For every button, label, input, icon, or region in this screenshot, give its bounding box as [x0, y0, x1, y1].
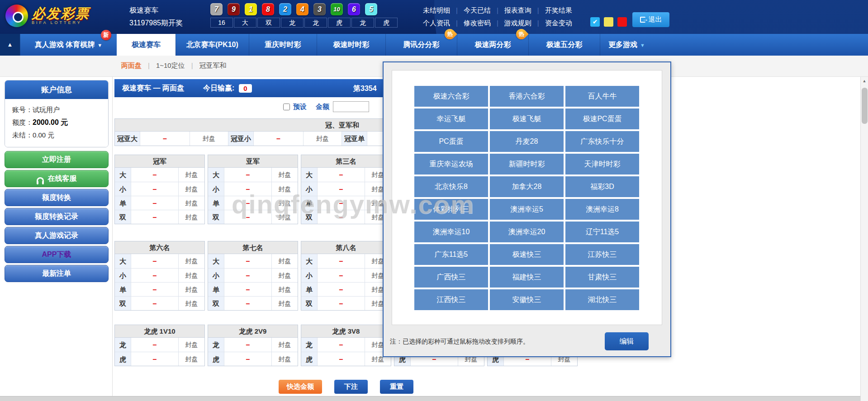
logout-button[interactable]: 退出: [632, 12, 669, 27]
header-menu-link[interactable]: 报表查询: [504, 6, 531, 14]
sidebar-button[interactable]: 真人游戏记录: [5, 227, 109, 244]
popup-game-button[interactable]: 香港六合彩: [490, 86, 564, 107]
sidebar-button[interactable]: 立即注册: [5, 151, 109, 168]
bet-odds-cell[interactable]: –: [318, 254, 365, 268]
popup-game-button[interactable]: 江西快三: [414, 289, 488, 310]
bet-odds-cell[interactable]: –: [224, 254, 271, 268]
header-menu-link[interactable]: 未结明细: [423, 6, 450, 14]
bet-odds-cell[interactable]: –: [318, 338, 365, 352]
nav-tab[interactable]: 腾讯分分彩热: [385, 34, 457, 56]
popup-game-button[interactable]: 澳洲幸运5: [490, 199, 564, 220]
nav-tab[interactable]: 重庆时时彩: [249, 34, 317, 56]
nav-tab[interactable]: 极速两分彩热: [457, 34, 528, 56]
sidebar-button[interactable]: 最新注单: [5, 265, 109, 282]
bet-odds-cell[interactable]: –: [131, 297, 178, 310]
bet-odds-cell[interactable]: –: [131, 182, 178, 196]
theme-blue-swatch[interactable]: ✔: [590, 17, 600, 27]
popup-game-button[interactable]: 澳洲幸运20: [490, 222, 564, 242]
bet-odds-cell[interactable]: –: [224, 182, 271, 196]
sidebar-button[interactable]: 额度转换: [5, 189, 109, 206]
bet-odds-cell[interactable]: –: [224, 297, 271, 310]
bet-odds-cell[interactable]: –: [131, 338, 178, 352]
popup-game-button[interactable]: PC蛋蛋: [414, 131, 488, 152]
popup-game-button[interactable]: 福彩3D: [565, 176, 639, 197]
popup-game-button[interactable]: 广东11选5: [414, 244, 488, 265]
popup-game-button[interactable]: 澳洲幸运10: [414, 222, 488, 242]
bet-odds-cell[interactable]: –: [224, 196, 271, 210]
theme-red-swatch[interactable]: [617, 17, 627, 27]
collapse-up-icon[interactable]: ▲: [0, 34, 20, 56]
bet-odds-cell[interactable]: –: [131, 196, 178, 210]
header-menu-link[interactable]: 游戏规则: [504, 19, 531, 27]
nav-tab[interactable]: 极速时时彩: [317, 34, 385, 56]
popup-game-button[interactable]: 极速快三: [490, 244, 564, 265]
bet-button[interactable]: 下注: [334, 380, 368, 394]
scrollbar-thumb[interactable]: [862, 88, 868, 124]
sidebar-button[interactable]: APP下载: [5, 246, 109, 263]
bet-odds-cell[interactable]: –: [131, 269, 178, 282]
popup-game-button[interactable]: 天津时时彩: [565, 154, 639, 175]
bet-odds-cell[interactable]: –: [140, 132, 190, 146]
popup-game-button[interactable]: 广西快三: [414, 267, 488, 288]
bet-odds-cell[interactable]: –: [131, 283, 178, 296]
popup-game-button[interactable]: 重庆幸运农场: [414, 154, 488, 175]
bet-odds-cell[interactable]: –: [318, 196, 365, 210]
breadcrumb-item[interactable]: 两面盘: [121, 61, 142, 69]
bet-odds-cell[interactable]: –: [131, 352, 178, 366]
bet-odds-cell[interactable]: –: [318, 283, 365, 296]
header-menu-link[interactable]: 个人资讯: [423, 19, 450, 27]
bet-odds-cell[interactable]: –: [131, 210, 178, 224]
vertical-scrollbar[interactable]: ▲: [860, 77, 868, 401]
popup-game-button[interactable]: 加拿大28: [490, 176, 564, 197]
reset-button[interactable]: 重置: [380, 380, 413, 394]
sidebar-button[interactable]: 额度转换记录: [5, 208, 109, 225]
popup-game-button[interactable]: 安徽快三: [490, 289, 564, 310]
amount-input[interactable]: [333, 101, 369, 112]
nav-tab[interactable]: 更多游戏▼: [600, 34, 653, 56]
nav-tab[interactable]: 极速赛车: [117, 34, 175, 56]
popup-game-button[interactable]: 体彩排列三: [414, 199, 488, 220]
popup-game-button[interactable]: 广东快乐十分: [565, 131, 639, 152]
bet-odds-cell[interactable]: –: [318, 297, 365, 310]
edit-button[interactable]: 编辑: [605, 332, 649, 350]
bet-odds-cell[interactable]: –: [318, 210, 365, 224]
nav-tab[interactable]: 极速五分彩: [528, 34, 600, 56]
scrollbar-up-arrow-icon[interactable]: ▲: [861, 77, 868, 85]
bet-odds-cell[interactable]: –: [254, 132, 304, 146]
bet-odds-cell[interactable]: –: [224, 168, 271, 182]
popup-game-button[interactable]: 百人牛牛: [565, 86, 639, 107]
popup-game-button[interactable]: 幸运飞艇: [414, 109, 488, 129]
bet-odds-cell[interactable]: –: [224, 210, 271, 224]
popup-game-button[interactable]: 湖北快三: [565, 289, 639, 310]
nav-tab[interactable]: 真人游戏 体育棋牌▼新: [20, 34, 117, 56]
breadcrumb-item[interactable]: 1~10定位: [156, 61, 185, 69]
bet-odds-cell[interactable]: –: [318, 168, 365, 182]
header-menu-link[interactable]: 今天已结: [464, 6, 491, 14]
popup-game-button[interactable]: 澳洲幸运8: [565, 199, 639, 220]
logo[interactable]: 必发彩票 BIFA LOTTERY: [5, 5, 90, 27]
preset-checkbox[interactable]: [283, 104, 290, 110]
bet-odds-cell[interactable]: –: [224, 269, 271, 282]
theme-yellow-swatch[interactable]: [604, 17, 613, 27]
bet-odds-cell[interactable]: –: [224, 283, 271, 296]
popup-game-button[interactable]: 福建快三: [490, 267, 564, 288]
bet-odds-cell[interactable]: –: [318, 269, 365, 282]
breadcrumb-item[interactable]: 冠亚军和: [199, 61, 227, 69]
quick-amount-button[interactable]: 快选金额: [279, 380, 322, 394]
popup-game-button[interactable]: 北京快乐8: [414, 176, 488, 197]
popup-game-button[interactable]: 极速PC蛋蛋: [565, 109, 639, 129]
bet-odds-cell[interactable]: –: [224, 352, 271, 366]
header-menu-link[interactable]: 资金变动: [545, 19, 572, 27]
popup-game-button[interactable]: 辽宁11选5: [565, 222, 639, 242]
popup-game-button[interactable]: 极速飞艇: [490, 109, 564, 129]
sidebar-button[interactable]: 在线客服: [5, 170, 109, 187]
bet-odds-cell[interactable]: –: [224, 338, 271, 352]
header-menu-link[interactable]: 开奖结果: [545, 6, 572, 14]
bet-odds-cell[interactable]: –: [318, 182, 365, 196]
popup-game-button[interactable]: 江苏快三: [565, 244, 639, 265]
popup-game-button[interactable]: 甘肃快三: [565, 267, 639, 288]
popup-game-button[interactable]: 新疆时时彩: [490, 154, 564, 175]
nav-tab[interactable]: 北京赛车(PK10): [175, 34, 249, 56]
bet-odds-cell[interactable]: –: [131, 254, 178, 268]
bet-odds-cell[interactable]: –: [131, 168, 178, 182]
